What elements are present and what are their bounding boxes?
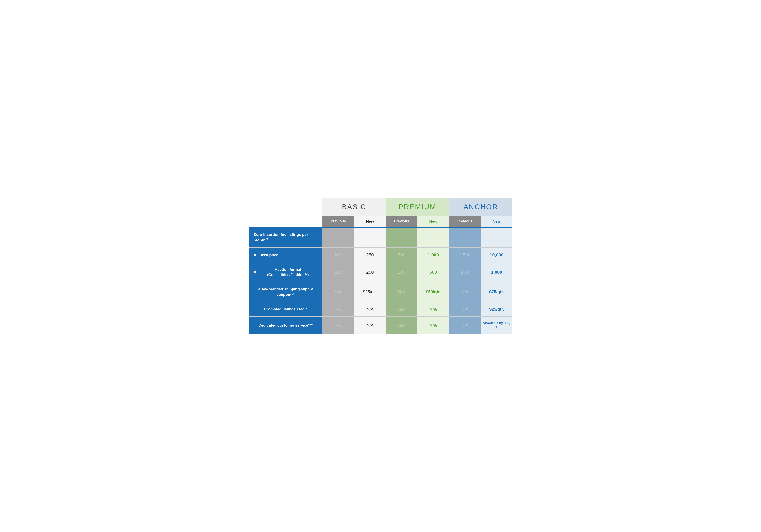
auction-premium-prev: 100 [386, 262, 417, 282]
promoted-basic-new: N/A [354, 302, 386, 317]
fixed-price-premium-prev-val: 500 [398, 252, 405, 257]
fixed-price-premium-prev: 500 [386, 248, 417, 262]
auction-row: Auction format (Collectibles/Fashion**) … [249, 262, 512, 282]
shipping-anchor-prev: N/A [449, 282, 481, 302]
customer-service-premium-new: N/A [417, 317, 449, 334]
shipping-text: eBay-branded shipping supply coupon*** [258, 287, 313, 297]
promoted-anchor-new-val: $25/qtr. [489, 307, 504, 311]
promoted-premium-prev: N/A [386, 302, 417, 317]
zero-premium-new [417, 227, 449, 248]
shipping-anchor-prev-val: N/A [461, 289, 469, 294]
fixed-price-premium-new-val: 1,000 [428, 252, 439, 257]
shipping-basic-new: $25/qtr. [354, 282, 386, 302]
promoted-anchor-prev: N/A [449, 302, 481, 317]
promoted-text: Promoted listings credit [264, 307, 307, 311]
premium-new-label: New [429, 219, 437, 223]
promoted-anchor-new: $25/qtr. [481, 302, 512, 317]
cs-basic-prev-val: N/A [335, 323, 342, 327]
zero-basic-prev [322, 227, 354, 248]
fixed-price-text: Fixed price [259, 252, 278, 258]
anchor-new-label: New [493, 219, 500, 223]
fixed-price-basic-prev: 200 [322, 248, 354, 262]
zero-premium-prev [386, 227, 417, 248]
shipping-basic-prev: N/A [322, 282, 354, 302]
basic-label: BASIC [342, 203, 367, 211]
promoted-row: Promoted listings credit N/A N/A N/A N/A… [249, 302, 512, 317]
zero-anchor-new [481, 227, 512, 248]
subheader-row: Previous New Previous New [249, 216, 512, 227]
basic-new-header: New [354, 216, 386, 227]
anchor-previous-label: Previous [457, 219, 472, 223]
auction-anchor-prev: 100 [449, 262, 481, 282]
premium-label: PREMIUM [398, 203, 436, 211]
fixed-price-bullet [254, 254, 256, 256]
customer-service-premium-prev: N/A [386, 317, 417, 334]
promoted-basic-new-val: N/A [367, 307, 374, 311]
basic-new-label: New [366, 219, 374, 223]
cs-premium-prev-val: N/A [398, 323, 405, 327]
customer-service-row: Dedicated customer service*** N/A N/A N/… [249, 317, 512, 334]
fixed-price-anchor-new-val: 10,000 [490, 252, 503, 257]
cs-anchor-new-val: *Available by July 1 [483, 321, 510, 329]
zero-insertion-feature: Zero insertion fee listings per month†‡: [249, 227, 322, 248]
auction-anchor-new: 1,000 [481, 262, 512, 282]
auction-basic-prev-val: 100 [334, 269, 342, 275]
fixed-price-anchor-prev-val: 2,500 [459, 252, 471, 257]
anchor-tier-header: ANCHOR [449, 198, 512, 216]
anchor-previous-header: Previous [449, 216, 481, 227]
customer-service-text: Dedicated customer service*** [259, 323, 313, 327]
tier-header-row: BASIC PREMIUM ANCHOR [249, 198, 512, 216]
fixed-price-anchor-new: 10,000 [481, 248, 512, 262]
cs-anchor-prev-val: N/A [461, 323, 469, 327]
customer-service-anchor-new: *Available by July 1 [481, 317, 512, 334]
promoted-premium-prev-val: N/A [398, 307, 405, 311]
zero-insertion-label: Zero insertion fee listings per month [254, 232, 308, 242]
fixed-price-basic-prev-val: 200 [334, 252, 342, 257]
promoted-feature: Promoted listings credit [249, 302, 322, 317]
customer-service-feature: Dedicated customer service*** [249, 317, 322, 334]
customer-service-basic-new: N/A [354, 317, 386, 334]
basic-previous-header: Previous [322, 216, 354, 227]
premium-new-header: New [417, 216, 449, 227]
shipping-premium-prev: N/A [386, 282, 417, 302]
premium-previous-label: Previous [394, 219, 409, 223]
zero-basic-new [354, 227, 386, 248]
auction-feature: Auction format (Collectibles/Fashion**) [249, 262, 322, 282]
cs-premium-new-val: N/A [430, 323, 437, 327]
shipping-premium-new: $50/qtr. [417, 282, 449, 302]
customer-service-anchor-prev: N/A [449, 317, 481, 334]
auction-basic-prev: 100 [322, 262, 354, 282]
fixed-price-row: Fixed price 200 250 500 1,000 2,500 [249, 248, 512, 262]
promoted-premium-new-val: N/A [430, 307, 437, 311]
auction-bullet [254, 271, 256, 273]
auction-anchor-prev-val: 100 [461, 269, 469, 275]
basic-previous-label: Previous [331, 219, 346, 223]
auction-label-wrap: Auction format (Collectibles/Fashion**) [254, 267, 318, 277]
premium-previous-header: Previous [386, 216, 417, 227]
zero-insertion-superscript: †‡ [265, 238, 268, 241]
fixed-price-basic-new: 250 [354, 248, 386, 262]
shipping-anchor-new-val: $75/qtr. [489, 289, 504, 294]
promoted-premium-new: N/A [417, 302, 449, 317]
auction-anchor-new-val: 1,000 [491, 269, 502, 275]
anchor-new-header: New [481, 216, 512, 227]
shipping-basic-new-val: $25/qtr. [363, 289, 377, 294]
auction-premium-prev-val: 100 [398, 269, 405, 275]
customer-service-basic-prev: N/A [322, 317, 354, 334]
fixed-price-basic-new-val: 250 [366, 252, 374, 257]
shipping-row: eBay-branded shipping supply coupon*** N… [249, 282, 512, 302]
basic-tier-header: BASIC [322, 198, 386, 216]
zero-insertion-row: Zero insertion fee listings per month†‡: [249, 227, 512, 248]
fixed-price-feature: Fixed price [249, 248, 322, 262]
anchor-label: ANCHOR [463, 203, 498, 211]
auction-premium-new: 500 [417, 262, 449, 282]
subheader-feature-blank [249, 216, 322, 227]
promoted-anchor-prev-val: N/A [461, 307, 469, 311]
comparison-table: BASIC PREMIUM ANCHOR Previous [249, 198, 512, 334]
promoted-basic-prev-val: N/A [335, 307, 342, 311]
feature-col-header [249, 198, 322, 216]
premium-tier-header: PREMIUM [386, 198, 449, 216]
shipping-premium-new-val: $50/qtr. [426, 289, 441, 294]
fixed-price-label-wrap: Fixed price [254, 252, 318, 258]
auction-basic-new: 250 [354, 262, 386, 282]
